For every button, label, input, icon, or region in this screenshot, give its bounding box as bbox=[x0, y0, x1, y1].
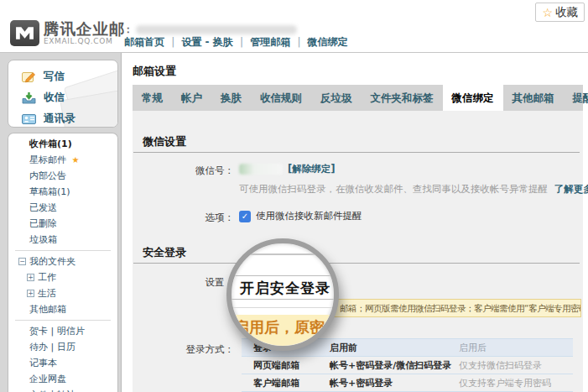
exmail-logo-icon bbox=[10, 20, 39, 46]
page-title: 邮箱设置 bbox=[133, 64, 176, 79]
exmail-logo[interactable]: 腾讯企业邮 EXMAIL.QQ.COM bbox=[10, 20, 126, 46]
my-folders-label: 我的文件夹 bbox=[29, 255, 75, 268]
new-mail-notify-option: ✓ 使用微信接收新邮件提醒 bbox=[239, 210, 362, 222]
deleted-label: 已删除 bbox=[29, 218, 57, 229]
new-mail-notify-label: 使用微信接收新邮件提醒 bbox=[256, 210, 362, 222]
sidebar-item-todo-calendar[interactable]: 待办 | 日历 bbox=[8, 339, 117, 355]
learn-more-link[interactable]: 了解更多 bbox=[554, 183, 588, 195]
secure-login-section-title: 安全登录 bbox=[143, 245, 186, 260]
sidebar-item-work-folder[interactable]: + 工作 bbox=[8, 269, 117, 285]
tab-mail-rules[interactable]: 收信规则 bbox=[251, 85, 311, 111]
todo-calendar-label: 待办 | 日历 bbox=[29, 342, 75, 353]
col-header-before: 启用前 bbox=[330, 342, 459, 354]
favorite-button[interactable]: ☆ 收藏 bbox=[535, 3, 585, 22]
exmail-settings-page: 腾讯企业邮 EXMAIL.QQ.COM ： 邮箱首页 | 设置 - 换肤 | 管… bbox=[0, 0, 588, 392]
sidebar: 写信 收信 通讯录 bbox=[0, 53, 122, 392]
magnifier-overlay: 开启安全登录 启用后，原密 bbox=[226, 238, 339, 351]
sidebar-item-deleted[interactable]: 已删除 bbox=[8, 216, 117, 232]
cell-client-after: 仅支持客户端专用密码 bbox=[459, 377, 573, 389]
table-row: 客户端邮箱 帐号+密码登录 仅支持客户端专用密码 bbox=[242, 374, 573, 392]
tab-reminder-service[interactable]: 提醒服务 bbox=[564, 85, 588, 111]
top-nav: 邮箱首页 | 设置 - 换肤 | 管理邮箱 | 微信绑定 bbox=[124, 35, 348, 50]
sidebar-item-life-folder[interactable]: + 生活 bbox=[8, 285, 117, 301]
receive-mail-label: 收信 bbox=[44, 91, 65, 105]
sidebar-item-announcements[interactable]: 内部公告 bbox=[8, 168, 117, 184]
life-folder-label: 生活 bbox=[38, 287, 56, 300]
nav-separator: | bbox=[297, 36, 300, 48]
wechat-settings-section-title: 微信设置 bbox=[143, 134, 186, 149]
tab-skin[interactable]: 换肤 bbox=[211, 85, 251, 111]
enable-secure-login-button[interactable]: 开启安全登录 bbox=[240, 279, 330, 298]
sidebar-item-inbox[interactable]: 收件箱(1) bbox=[8, 136, 117, 152]
wechat-id-value: [解除绑定] bbox=[239, 163, 336, 175]
sidebar-item-sent[interactable]: 已发送 bbox=[8, 200, 117, 216]
sidebar-item-drafts[interactable]: 草稿箱(1) bbox=[8, 184, 117, 200]
nav-link-mail-home[interactable]: 邮箱首页 bbox=[124, 36, 164, 48]
receive-mail-button[interactable]: 收信 bbox=[8, 87, 117, 108]
inbox-label: 收件箱(1) bbox=[29, 139, 72, 149]
tab-account[interactable]: 帐户 bbox=[172, 85, 211, 111]
sidebar-folders-box: 收件箱(1) 星标邮件 ★ 内部公告 草稿箱(1) 已发送 已删除 bbox=[8, 133, 118, 392]
redacted-email-address bbox=[136, 25, 297, 34]
nav-link-manage-mailbox[interactable]: 管理邮箱 bbox=[250, 36, 290, 48]
col-header-after: 启用后 bbox=[459, 342, 573, 354]
logo-title: 腾讯企业邮 bbox=[44, 21, 126, 37]
options-label: 选项： bbox=[133, 212, 234, 224]
sidebar-item-starred[interactable]: 星标邮件 ★ bbox=[8, 152, 117, 168]
login-mode-label: 登录方式： bbox=[133, 343, 234, 356]
sidebar-item-notebook[interactable]: 记事本 bbox=[8, 355, 117, 371]
nav-link-settings-skin[interactable]: 设置 - 换肤 bbox=[181, 36, 232, 48]
enterprise-disk-label: 企业网盘 bbox=[29, 374, 66, 384]
secure-login-note-text: 邮箱；网页版需使用微信扫码登录；客户端需使用“客户端专用密码”登录 bbox=[340, 303, 581, 313]
star-outline-icon: ☆ bbox=[542, 7, 553, 18]
cell-client-before: 帐号+密码登录 bbox=[330, 377, 459, 389]
tab-folders-labels[interactable]: 文件夹和标签 bbox=[362, 85, 443, 111]
collapse-icon[interactable]: − bbox=[18, 258, 26, 265]
compose-label: 写信 bbox=[44, 70, 65, 84]
sidebar-item-junk[interactable]: 垃圾箱 bbox=[8, 232, 117, 248]
cell-client-mailbox: 客户端邮箱 bbox=[242, 377, 330, 389]
sidebar-item-file-transfer[interactable]: 文件中转站 bbox=[8, 387, 117, 392]
expand-icon[interactable]: + bbox=[27, 274, 34, 281]
starred-label: 星标邮件 bbox=[29, 154, 66, 165]
top-header: 腾讯企业邮 EXMAIL.QQ.COM ： 邮箱首页 | 设置 - 换肤 | 管… bbox=[0, 0, 588, 52]
main-panel: 邮箱设置 常规 帐户 换肤 收信规则 反垃圾 文件夹和标签 微信绑定 其他邮箱 … bbox=[122, 53, 588, 392]
greeting-cards-label: 贺卡 | 明信片 bbox=[29, 326, 85, 337]
section-divider bbox=[133, 263, 580, 264]
sidebar-item-other-mailbox[interactable]: 其他邮箱 bbox=[8, 301, 117, 317]
sent-label: 已发送 bbox=[29, 202, 57, 213]
setting-label: 设置： bbox=[133, 276, 234, 289]
tab-other-mailbox[interactable]: 其他邮箱 bbox=[503, 85, 564, 111]
nav-separator: | bbox=[171, 36, 174, 48]
checkbox-checked-icon[interactable]: ✓ bbox=[239, 211, 251, 222]
sidebar-item-enterprise-disk[interactable]: 企业网盘 bbox=[8, 371, 117, 387]
tab-wechat-binding[interactable]: 微信绑定 bbox=[443, 85, 503, 111]
sidebar-item-my-folders[interactable]: − 我的文件夹 bbox=[8, 253, 117, 269]
wechat-description-text: 可使用微信扫码登录，在微信收发邮件、查找同事以及接收帐号异常提醒 bbox=[239, 183, 548, 195]
nav-link-wechat-binding[interactable]: 微信绑定 bbox=[308, 36, 348, 48]
settings-tab-bar: 常规 帐户 换肤 收信规则 反垃圾 文件夹和标签 微信绑定 其他邮箱 提醒服务 … bbox=[133, 85, 583, 111]
compose-button[interactable]: 写信 bbox=[8, 66, 117, 87]
sidebar-divider bbox=[15, 320, 111, 321]
wechat-id-label: 微信号： bbox=[133, 165, 234, 177]
magnified-divider-line bbox=[228, 253, 337, 255]
contacts-icon bbox=[22, 113, 36, 125]
contacts-label: 通讯录 bbox=[44, 112, 75, 126]
secure-login-note: 邮箱；网页版需使用微信扫码登录；客户端需使用“客户端专用密码”登录 bbox=[297, 299, 581, 317]
tab-general[interactable]: 常规 bbox=[133, 85, 172, 111]
contacts-button[interactable]: 通讯录 bbox=[8, 108, 117, 128]
other-mailbox-label: 其他邮箱 bbox=[29, 304, 66, 315]
work-folder-label: 工作 bbox=[38, 271, 56, 284]
wechat-description: 可使用微信扫码登录，在微信收发邮件、查找同事以及接收帐号异常提醒 了解更多 bbox=[239, 183, 588, 196]
unbind-link[interactable]: [解除绑定] bbox=[288, 163, 336, 175]
compose-icon bbox=[22, 71, 36, 83]
sidebar-item-greeting-cards[interactable]: 贺卡 | 明信片 bbox=[8, 323, 117, 339]
table-row: 网页端邮箱 帐号+密码登录/微信扫码登录 仅支持微信扫码登录 bbox=[242, 357, 573, 374]
receive-mail-icon bbox=[22, 91, 36, 104]
junk-label: 垃圾箱 bbox=[29, 234, 57, 245]
tab-antispam[interactable]: 反垃圾 bbox=[311, 85, 362, 111]
drafts-label: 草稿箱(1) bbox=[29, 186, 70, 197]
expand-icon[interactable]: + bbox=[27, 290, 34, 297]
magnified-button-bottom-edge bbox=[228, 299, 337, 300]
notebook-label: 记事本 bbox=[29, 358, 57, 368]
